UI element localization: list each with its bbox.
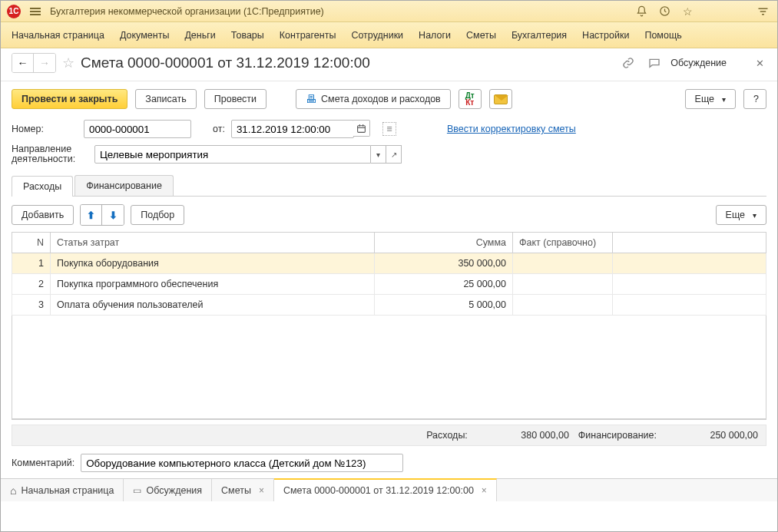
table-more-button[interactable]: Еще [716, 205, 766, 225]
menu-documents[interactable]: Документы [120, 30, 169, 41]
menu-estimates[interactable]: Сметы [466, 30, 496, 41]
from-label: от: [213, 124, 225, 134]
move-down-button[interactable]: ⬇ [102, 205, 124, 225]
printer-icon: 🖶 [306, 93, 316, 105]
col-spare [613, 233, 766, 253]
wtab-close-icon[interactable]: × [259, 485, 264, 496]
wtab-discussions[interactable]: Обсуждения [124, 479, 212, 501]
total-financing-value: 250 000,00 [666, 430, 758, 441]
post-and-close-button[interactable]: Провести и закрыть [12, 89, 127, 109]
logo-1c-icon: 1C [7, 5, 21, 18]
cell-item: Оплата обучения пользователей [51, 295, 375, 316]
cell-spare [613, 295, 766, 316]
save-button[interactable]: Записать [135, 89, 196, 109]
menu-goods[interactable]: Товары [231, 30, 264, 41]
print-button-label: Смета доходов и расходов [321, 94, 441, 104]
menu-accounting[interactable]: Бухгалтерия [511, 30, 567, 41]
wtab-home-label: Начальная страница [21, 485, 114, 496]
hamburger-icon[interactable] [27, 5, 44, 18]
direction-dropdown-button[interactable]: ▾ [371, 145, 386, 164]
col-item[interactable]: Статья затрат [51, 233, 375, 253]
col-sum[interactable]: Сумма [375, 233, 513, 253]
mail-icon [494, 94, 508, 104]
comment-input[interactable] [81, 454, 403, 472]
form-aux-icon[interactable]: ≡ [382, 122, 396, 136]
table-row[interactable]: 3 Оплата обучения пользователей 5 000,00 [12, 295, 766, 316]
cell-n: 1 [12, 253, 51, 274]
pick-button[interactable]: Подбор [131, 205, 184, 225]
dt-kt-button[interactable]: ДтКт [459, 89, 482, 109]
cell-sum: 5 000,00 [375, 295, 513, 316]
comment-row: Комментарий: [1, 451, 777, 478]
main-menu: Начальная страница Документы Деньги Това… [1, 22, 777, 48]
discuss-label[interactable]: Обсуждение [670, 58, 727, 68]
home-icon [10, 484, 16, 497]
total-financing-label: Финансирование: [578, 430, 657, 441]
help-button[interactable]: ? [743, 89, 766, 109]
document-toolbar: Провести и закрыть Записать Провести 🖶 С… [1, 81, 777, 117]
tab-financing[interactable]: Финансирование [74, 175, 174, 196]
more-button[interactable]: Еще [685, 89, 736, 109]
cell-sum: 25 000,00 [375, 274, 513, 295]
wtab-current-label: Смета 0000-000001 от 31.12.2019 12:00:00 [283, 485, 474, 496]
table-row[interactable]: 2 Покупка программного обеспечения 25 00… [12, 274, 766, 295]
menu-employees[interactable]: Сотрудники [351, 30, 403, 41]
number-input[interactable] [84, 120, 191, 138]
menu-help[interactable]: Помощь [644, 30, 681, 41]
nav-back-forward: ← → [12, 53, 56, 73]
table-row[interactable]: 1 Покупка оборудования 350 000,00 [12, 253, 766, 274]
link-icon[interactable] [618, 53, 638, 73]
chat-icon [133, 485, 141, 496]
direction-input[interactable] [94, 145, 371, 164]
cell-spare [613, 274, 766, 295]
menu-money[interactable]: Деньги [184, 30, 215, 41]
discuss-icon[interactable] [644, 53, 664, 73]
menu-settings[interactable]: Настройки [582, 30, 629, 41]
cell-n: 2 [12, 274, 51, 295]
tabs: Расходы Финансирование [1, 167, 777, 196]
mail-button[interactable] [489, 89, 512, 109]
wtab-current[interactable]: Смета 0000-000001 от 31.12.2019 12:00:00… [274, 478, 497, 501]
date-input[interactable] [231, 120, 354, 138]
total-expenses-label: Расходы: [426, 430, 468, 441]
page-title: Смета 0000-000001 от 31.12.2019 12:00:00 [81, 55, 370, 71]
grid-header-row: N Статья затрат Сумма Факт (справочно) [12, 233, 766, 253]
wtab-home[interactable]: Начальная страница [1, 479, 124, 501]
app-title-bar: 1C Бухгалтерия некоммерческой организаци… [1, 1, 777, 22]
correction-link[interactable]: Ввести корректировку сметы [447, 124, 576, 134]
direction-row: Направление деятельности: ▾ ↗ [1, 141, 777, 167]
tab-expenses[interactable]: Расходы [12, 176, 73, 197]
col-fact[interactable]: Факт (справочно) [513, 233, 613, 253]
nav-forward-button[interactable]: → [34, 54, 55, 72]
expenses-grid: N Статья затрат Сумма Факт (справочно) 1… [12, 232, 766, 420]
move-up-button[interactable]: ⬆ [81, 205, 102, 225]
print-button[interactable]: 🖶 Смета доходов и расходов [296, 89, 451, 109]
col-n[interactable]: N [12, 233, 51, 253]
direction-open-button[interactable]: ↗ [386, 145, 402, 164]
cell-fact [513, 253, 613, 274]
cell-fact [513, 295, 613, 316]
favorite-star-icon[interactable]: ☆ [62, 55, 74, 71]
menu-home[interactable]: Начальная страница [12, 30, 104, 41]
cell-fact [513, 274, 613, 295]
menu-contractors[interactable]: Контрагенты [280, 30, 336, 41]
post-button[interactable]: Провести [204, 89, 267, 109]
nav-back-button[interactable]: ← [12, 54, 34, 72]
number-label: Номер: [12, 124, 78, 134]
menu-taxes[interactable]: Налоги [419, 30, 451, 41]
close-icon[interactable]: ✕ [750, 53, 770, 73]
star-icon[interactable]: ☆ [679, 3, 696, 20]
wtab-discussions-label: Обсуждения [146, 485, 202, 496]
direction-label: Направление деятельности: [12, 144, 88, 164]
svg-rect-4 [358, 125, 366, 132]
table-toolbar: Добавить ⬆ ⬇ Подбор Еще [12, 204, 766, 232]
add-row-button[interactable]: Добавить [12, 205, 74, 225]
wtab-estimates[interactable]: Сметы × [212, 479, 274, 501]
wtab-close-icon[interactable]: × [482, 485, 487, 496]
cell-item: Покупка оборудования [51, 253, 375, 274]
filter-icon[interactable] [754, 3, 771, 20]
history-icon[interactable] [656, 3, 673, 20]
app-title: Бухгалтерия некоммерческой организации (… [50, 6, 324, 17]
calendar-icon[interactable] [353, 120, 370, 137]
bell-icon[interactable] [633, 3, 650, 20]
